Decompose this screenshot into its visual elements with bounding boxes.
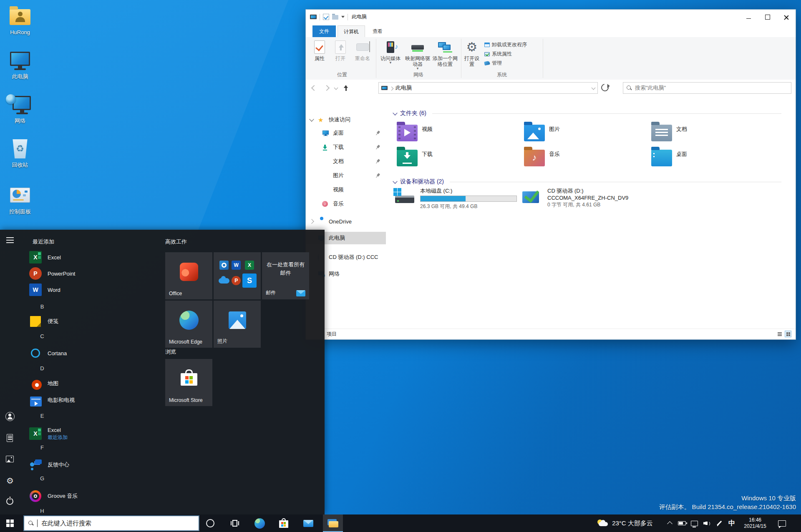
address-dropdown-icon[interactable] [592, 85, 596, 90]
ime-indicator[interactable]: 中 [726, 514, 738, 532]
section-letter[interactable]: D [36, 365, 48, 371]
user-account-icon[interactable] [5, 412, 15, 421]
store-taskbar-button[interactable] [274, 514, 294, 532]
show-hidden-icons-button[interactable] [664, 514, 675, 532]
taskbar-search-input[interactable]: 在此键入进行搜索 [23, 515, 199, 531]
explorer-search-box[interactable]: 搜索"此电脑" [623, 82, 791, 94]
desktop-icon-recycle-bin[interactable]: ♻ 回收站 [3, 138, 38, 168]
task-view-button[interactable] [225, 514, 245, 532]
section-letter[interactable]: H [36, 508, 48, 514]
chevron-down-icon[interactable] [341, 16, 345, 18]
drive-c-tile[interactable]: 本地磁盘 (C:) 26.3 GB 可用, 共 49.4 GB [393, 187, 519, 210]
tile-store[interactable]: Microsoft Store [165, 359, 212, 406]
action-center-button[interactable] [773, 514, 791, 532]
add-network-location-button[interactable]: 添加一个网络位置 [432, 40, 458, 67]
breadcrumb-location[interactable]: 此电脑 [395, 84, 412, 92]
rename-button[interactable]: 重命名 [351, 40, 374, 61]
section-letter[interactable]: G [36, 475, 48, 482]
section-letter[interactable]: F [36, 444, 48, 451]
forward-button[interactable] [322, 83, 332, 93]
nav-item-documents[interactable]: 文档 [306, 155, 386, 168]
file-explorer-taskbar-button[interactable] [323, 514, 343, 532]
tile-office[interactable]: Office [165, 252, 212, 299]
app-item-groove-music[interactable]: Groove 音乐 [29, 489, 154, 503]
settings-gear-icon[interactable]: ⚙ [5, 476, 15, 485]
documents-icon[interactable] [7, 434, 13, 442]
volume-button[interactable] [701, 514, 713, 532]
battery-button[interactable] [676, 514, 688, 532]
uninstall-button[interactable]: 卸载或更改程序 [484, 41, 527, 48]
desktop-icon-network[interactable]: 网络 [3, 93, 38, 124]
pictures-icon[interactable] [6, 456, 14, 462]
tile-photos[interactable]: 照片 [214, 301, 261, 348]
recent-locations-dropdown[interactable] [332, 83, 339, 93]
open-button[interactable]: 打开 [331, 40, 350, 61]
properties-shortcut-icon[interactable] [323, 14, 329, 20]
drive-d-tile[interactable]: CD 驱动器 (D:) CCCOMA_X64FRE_ZH-CN_DV9 0 字节… [521, 187, 646, 208]
details-view-icon[interactable] [776, 331, 783, 337]
close-button[interactable] [777, 10, 796, 25]
section-folders[interactable]: 文件夹 (6) [393, 110, 781, 117]
chevron-down-icon[interactable] [309, 117, 314, 121]
breadcrumb[interactable]: 此电脑 [378, 82, 598, 94]
edge-taskbar-button[interactable] [249, 514, 270, 532]
section-letter[interactable]: B [36, 304, 48, 310]
properties-button[interactable]: 属性 [310, 40, 329, 61]
app-item-movies-tv[interactable]: 电影和电视 [29, 393, 154, 407]
minimize-button[interactable] [739, 10, 758, 25]
title-bar[interactable]: 此电脑 [306, 10, 796, 25]
app-item-sticky-notes[interactable]: 便笺 [29, 314, 154, 329]
nav-item-music[interactable]: ♪ 音乐 [306, 198, 386, 210]
maximize-button[interactable] [758, 10, 777, 25]
tile-office-apps[interactable]: W X P S [214, 252, 261, 299]
folder-tile-desktop[interactable]: 桌面 [648, 146, 771, 171]
folder-tile-pictures[interactable]: 图片 [521, 121, 644, 146]
manage-button[interactable]: 管理 [484, 60, 502, 67]
system-properties-button[interactable]: 系统属性 [484, 50, 512, 58]
hamburger-menu-icon[interactable] [6, 237, 14, 243]
up-button[interactable] [341, 83, 351, 93]
tab-view[interactable]: 查看 [368, 25, 388, 37]
app-item-feedback-hub[interactable]: 反馈中心 [29, 458, 154, 472]
back-button[interactable] [309, 83, 319, 93]
folder-tile-videos[interactable]: 视频 [393, 121, 517, 146]
tile-mail[interactable]: 在一处查看所有邮件 邮件 [262, 252, 309, 299]
app-item-powerpoint[interactable]: PPowerPoint [29, 266, 154, 281]
map-network-drive-button[interactable]: 映射网络驱动器 [404, 40, 431, 70]
nav-item-desktop[interactable]: 桌面 [306, 127, 386, 139]
tab-computer[interactable]: 计算机 [338, 25, 365, 38]
tile-edge[interactable]: Microsoft Edge [165, 301, 212, 348]
app-item-cortana[interactable]: Cortana [29, 346, 154, 360]
refresh-icon[interactable] [599, 82, 610, 93]
new-folder-icon[interactable] [332, 15, 338, 20]
open-settings-button[interactable]: ⚙ 打开设置 [463, 40, 481, 67]
chevron-right-icon[interactable] [309, 219, 314, 223]
section-letter[interactable]: C [36, 333, 48, 339]
network-button[interactable] [688, 514, 700, 532]
folder-tile-music[interactable]: ♪ 音乐 [521, 146, 644, 171]
desktop-icon-control-panel[interactable]: 控制面板 [3, 184, 38, 215]
clock[interactable]: 16:46 2021/4/15 [739, 514, 771, 532]
app-item-excel[interactable]: XExcel [29, 250, 154, 264]
pen-button[interactable] [713, 514, 725, 532]
large-icons-view-icon[interactable] [785, 331, 791, 337]
folder-tile-documents[interactable]: 文档 [648, 121, 771, 146]
nav-item-pictures[interactable]: 图片 [306, 169, 386, 182]
start-button[interactable] [0, 514, 20, 532]
nav-item-onedrive[interactable]: OneDrive [306, 215, 386, 228]
desktop-icon-hurong[interactable]: HuRong [3, 5, 38, 35]
section-devices[interactable]: 设备和驱动器 (2) [393, 178, 781, 186]
cortana-button[interactable] [200, 514, 220, 532]
desktop-icon-this-pc[interactable]: 此电脑 [3, 49, 38, 80]
access-media-button[interactable]: ♪ 访问媒体 [378, 40, 403, 64]
section-letter[interactable]: E [36, 413, 48, 419]
nav-item-videos[interactable]: 视频 [306, 183, 386, 196]
mail-taskbar-button[interactable] [298, 514, 318, 532]
tab-file[interactable]: 文件 [312, 25, 336, 37]
weather-widget[interactable]: 23°C 大部多云 [587, 514, 662, 532]
app-item-excel-recent[interactable]: X Excel最近添加 [29, 424, 154, 443]
nav-item-quick-access[interactable]: ★ 快速访问 [306, 113, 386, 126]
folder-tile-downloads[interactable]: 下载 [393, 146, 517, 171]
app-item-word[interactable]: WWord [29, 283, 154, 297]
power-icon[interactable] [6, 498, 13, 505]
